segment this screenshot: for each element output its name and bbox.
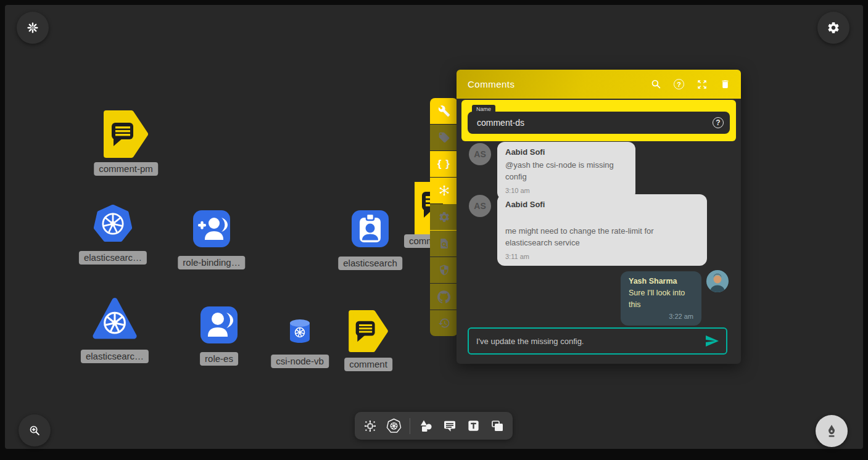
integration-circuit-icon[interactable] xyxy=(362,418,378,434)
send-icon[interactable] xyxy=(704,333,720,349)
chat-input-container xyxy=(468,327,727,355)
node-label: elasticsearch xyxy=(338,257,402,270)
message-time: 3:10 am xyxy=(505,187,627,194)
node-role-es[interactable] xyxy=(199,305,239,345)
pen-tool-button[interactable] xyxy=(816,415,848,447)
zoom-in-icon xyxy=(28,424,41,437)
search-icon[interactable] xyxy=(650,78,662,90)
node-elasticsearch-triangle[interactable] xyxy=(92,297,138,341)
panel-title: Comments xyxy=(468,79,650,89)
toolbar-item-history[interactable] xyxy=(430,310,458,336)
shield-icon xyxy=(438,264,450,276)
name-input[interactable] xyxy=(468,112,730,134)
name-field-section: Name ? xyxy=(461,100,736,141)
gear-icon xyxy=(827,21,840,35)
shape-tools-toolbar xyxy=(355,412,513,440)
chat-message: Aabid Sofi me might need to change the r… xyxy=(497,194,707,266)
node-comment[interactable] xyxy=(349,310,388,352)
note-icon[interactable] xyxy=(489,418,505,434)
node-label: comment-pm xyxy=(94,162,158,176)
node-comment-pm[interactable] xyxy=(104,110,148,158)
chat-message-input[interactable] xyxy=(469,337,704,346)
node-label: comment xyxy=(344,358,392,371)
toolbar-item-tag[interactable] xyxy=(430,125,458,150)
help-icon[interactable]: ? xyxy=(713,117,724,128)
file-search-icon xyxy=(438,237,450,250)
toolbar-divider xyxy=(410,418,410,434)
toolbar-item-configure[interactable] xyxy=(430,98,458,124)
avatar-photo xyxy=(706,270,729,292)
comment-icon[interactable] xyxy=(442,418,458,434)
message-author: Yash Sharma xyxy=(629,277,693,285)
toolbar-item-settings[interactable] xyxy=(430,204,458,230)
toolbar-item-github[interactable] xyxy=(430,284,458,310)
toolbar-item-braces[interactable]: { } xyxy=(430,151,458,177)
message-time: 3:22 am xyxy=(629,313,693,320)
message-text: @yash the csi-node is missing config xyxy=(505,159,627,183)
node-action-toolbar: { } xyxy=(430,98,458,336)
gear-icon xyxy=(438,211,450,223)
node-csi-node-vb[interactable] xyxy=(289,319,310,343)
avatar: AS xyxy=(469,195,491,217)
node-label: role-binding… xyxy=(178,256,245,269)
avatar: AS xyxy=(469,143,491,165)
zoom-button[interactable] xyxy=(19,414,51,446)
app-flower-icon xyxy=(26,21,39,35)
node-elasticsearch-service-account[interactable] xyxy=(350,209,390,248)
text-tool-icon[interactable] xyxy=(465,418,481,434)
chat-message: Aabid Sofi @yash the csi-node is missing… xyxy=(497,142,635,200)
tag-icon xyxy=(438,131,450,144)
message-time: 3:11 am xyxy=(505,253,699,260)
comments-panel: Comments ? Name ? AS Aabid Sofi @yash th… xyxy=(457,70,741,364)
help-icon[interactable]: ? xyxy=(674,79,684,89)
node-elasticsearch-heptagon[interactable] xyxy=(94,205,132,243)
trash-icon[interactable] xyxy=(719,78,731,90)
message-text: Sure I'll look into this xyxy=(629,287,693,311)
toolbar-item-inspect[interactable] xyxy=(430,231,458,257)
toolbar-item-hub[interactable] xyxy=(430,178,458,203)
node-label: csi-node-vb xyxy=(271,355,329,368)
node-label: elasticsearc… xyxy=(81,350,149,363)
braces-icon: { } xyxy=(437,158,450,170)
hub-icon xyxy=(437,184,451,197)
name-field-label: Name xyxy=(472,105,495,113)
comments-panel-header[interactable]: Comments ? xyxy=(457,70,741,99)
toolbar-item-security[interactable] xyxy=(430,257,458,283)
message-author: Aabid Sofi xyxy=(505,200,699,209)
wrench-icon xyxy=(438,105,450,117)
chat-message: Yash Sharma Sure I'll look into this 3:2… xyxy=(621,271,701,326)
pen-nib-icon xyxy=(824,424,839,438)
node-label: role-es xyxy=(200,352,238,366)
message-author: Aabid Sofi xyxy=(505,147,627,157)
app-logo-button[interactable] xyxy=(17,12,49,44)
github-icon xyxy=(437,290,450,303)
settings-button[interactable] xyxy=(817,12,849,44)
shapes-icon[interactable] xyxy=(418,418,434,434)
expand-icon[interactable] xyxy=(696,78,708,90)
node-role-binding[interactable] xyxy=(192,209,231,248)
message-text: me might need to change the rate-limit f… xyxy=(505,225,699,248)
history-icon xyxy=(438,317,450,329)
kubernetes-icon[interactable] xyxy=(386,418,402,434)
node-label: elasticsearc… xyxy=(79,251,147,265)
